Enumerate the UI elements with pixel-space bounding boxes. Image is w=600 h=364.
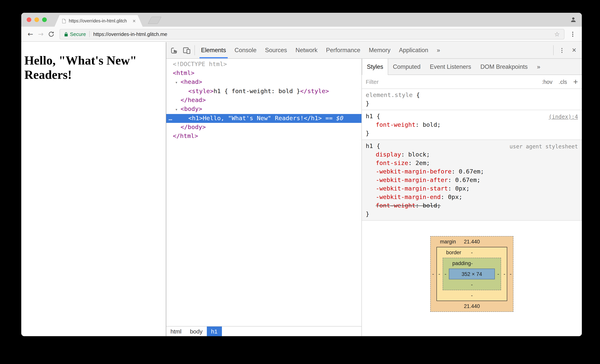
css-property-semicolon: ;: [480, 168, 484, 175]
new-style-rule-icon[interactable]: +: [573, 78, 578, 86]
code-token: <style>: [188, 88, 214, 95]
browser-menu-icon[interactable]: [568, 29, 578, 39]
secure-label: Secure: [70, 31, 86, 37]
code-token: </style>: [300, 88, 329, 95]
address-bar[interactable]: Secure https://overrides-in-html.glitch.…: [59, 29, 564, 39]
devtools-menu-icon[interactable]: [555, 42, 568, 58]
browser-tab[interactable]: https://overrides-in-html.glitch ×: [55, 15, 143, 27]
devtools-tab-more[interactable]: »: [433, 42, 444, 58]
devtools-tab-console[interactable]: Console: [230, 42, 261, 58]
css-property[interactable]: font-weight: bold;: [366, 120, 578, 129]
css-property[interactable]: display: block;: [366, 150, 578, 159]
bookmark-star-icon[interactable]: ☆: [554, 30, 560, 38]
padding-right-value[interactable]: -: [497, 271, 499, 277]
margin-left-value[interactable]: -: [432, 271, 434, 277]
back-button[interactable]: ←: [25, 29, 36, 39]
dom-tree-row[interactable]: ▾<body>: [166, 105, 361, 114]
new-tab-button[interactable]: [148, 17, 162, 24]
minimize-window-button[interactable]: [34, 17, 39, 22]
code-token: <!DOCTYPE html>: [173, 61, 227, 68]
box-model-content[interactable]: 352 × 74: [449, 269, 495, 279]
border-right-value[interactable]: -: [504, 271, 505, 277]
box-model-padding[interactable]: padding - - - 352 × 74: [443, 258, 501, 290]
devtools-main: <!DOCTYPE html><html>▾<head><style>h1 { …: [166, 59, 582, 336]
sidebar-tab-styles[interactable]: Styles: [362, 59, 388, 75]
class-toggle[interactable]: .cls: [559, 79, 567, 85]
css-property-semicolon: ;: [459, 194, 462, 200]
dom-tree-row[interactable]: </body>: [166, 123, 361, 132]
code-token: <head>: [180, 78, 202, 85]
window-content: Hello, "What's New" Readers! ElementsCon…: [21, 42, 582, 336]
dom-tree-row[interactable]: <style>h1 { font-weight: bold }</style>: [166, 87, 361, 96]
style-rule: h1 {(index):4font-weight: bold;}: [362, 110, 582, 140]
css-property[interactable]: font-weight: bold;: [366, 201, 578, 210]
dom-tree-row[interactable]: <html>: [166, 69, 361, 78]
rule-selector[interactable]: h1: [366, 113, 373, 120]
rule-selector[interactable]: h1: [366, 143, 373, 150]
expand-arrow-icon[interactable]: ▾: [175, 105, 180, 114]
expand-arrow-icon[interactable]: ▾: [175, 78, 180, 87]
padding-top-value[interactable]: -: [471, 260, 473, 266]
margin-top-value[interactable]: 21.440: [464, 239, 480, 245]
css-property-value: 0px: [448, 194, 459, 200]
close-window-button[interactable]: [27, 17, 31, 22]
stylesheet-origin-label: user agent stylesheet: [509, 142, 578, 151]
tab-bar: https://overrides-in-html.glitch ×: [21, 13, 582, 27]
breadcrumb: htmlbodyh1: [166, 326, 361, 336]
css-property[interactable]: font-size: 2em;: [366, 159, 578, 167]
breadcrumb-item-body[interactable]: body: [186, 327, 207, 336]
devtools-tab-application[interactable]: Application: [395, 42, 433, 58]
css-property-value: block: [408, 151, 426, 158]
css-property-colon: :: [441, 194, 448, 200]
css-property[interactable]: -webkit-margin-before: 0.67em;: [366, 167, 578, 176]
styles-filter-row: Filter :hov .cls +: [362, 75, 582, 89]
stylesheet-source-link[interactable]: (index):4: [549, 112, 578, 121]
dom-tree: <!DOCTYPE html><html>▾<head><style>h1 { …: [166, 59, 361, 326]
pseudo-class-toggle[interactable]: :hov: [542, 79, 553, 85]
devtools-close-icon[interactable]: ×: [568, 42, 580, 58]
css-property[interactable]: -webkit-margin-end: 0px;: [366, 193, 578, 201]
breadcrumb-item-h1[interactable]: h1: [207, 327, 222, 336]
sidebar-tab-event-listeners[interactable]: Event Listeners: [425, 59, 476, 75]
device-toolbar-icon[interactable]: [180, 42, 193, 58]
forward-button[interactable]: →: [36, 29, 46, 39]
dom-tree-row[interactable]: …<h1>Hello, "What's New" Readers!</h1> =…: [166, 114, 361, 123]
security-status[interactable]: Secure: [64, 31, 86, 37]
sidebar-tab-dom-breakpoints[interactable]: DOM Breakpoints: [476, 59, 532, 75]
inspect-element-icon[interactable]: [168, 42, 180, 58]
devtools-tab-sources[interactable]: Sources: [261, 42, 291, 58]
border-label: border: [446, 250, 461, 255]
sidebar-tab-more[interactable]: »: [532, 59, 545, 75]
box-model-border[interactable]: border - - - padding -: [436, 247, 507, 301]
border-left-value[interactable]: -: [438, 271, 440, 277]
css-property-semicolon: ;: [426, 160, 430, 166]
row-gutter-ellipsis: …: [169, 114, 172, 123]
sidebar-tab-computed[interactable]: Computed: [388, 59, 425, 75]
border-top-value[interactable]: -: [471, 250, 473, 255]
padding-top-row: padding -: [449, 258, 495, 269]
box-model-margin[interactable]: margin 21.440 - - border -: [430, 236, 513, 312]
rule-selector[interactable]: element.style: [366, 91, 413, 99]
fullscreen-window-button[interactable]: [42, 17, 47, 22]
css-property[interactable]: -webkit-margin-start: 0px;: [366, 184, 578, 193]
profile-icon[interactable]: [570, 16, 577, 23]
css-property-colon: :: [408, 160, 415, 166]
devtools-tab-elements[interactable]: Elements: [197, 42, 230, 58]
dom-tree-row[interactable]: ▾<head>: [166, 78, 361, 87]
devtools-tab-memory[interactable]: Memory: [365, 42, 395, 58]
border-bottom-value[interactable]: -: [471, 292, 473, 298]
tab-close-icon[interactable]: ×: [133, 18, 136, 24]
padding-left-value[interactable]: -: [445, 271, 446, 277]
dom-tree-row[interactable]: </head>: [166, 96, 361, 105]
margin-bottom-value[interactable]: 21.440: [464, 303, 480, 309]
margin-right-value[interactable]: -: [510, 271, 511, 277]
filter-input[interactable]: Filter: [366, 78, 379, 85]
dom-tree-row[interactable]: <!DOCTYPE html>: [166, 60, 361, 69]
dom-tree-row[interactable]: </html>: [166, 132, 361, 141]
padding-bottom-value[interactable]: -: [471, 282, 473, 288]
breadcrumb-item-html[interactable]: html: [166, 327, 186, 336]
css-property[interactable]: -webkit-margin-after: 0.67em;: [366, 176, 578, 184]
devtools-tab-performance[interactable]: Performance: [322, 42, 364, 58]
reload-button[interactable]: [46, 29, 56, 39]
devtools-tab-network[interactable]: Network: [291, 42, 322, 58]
